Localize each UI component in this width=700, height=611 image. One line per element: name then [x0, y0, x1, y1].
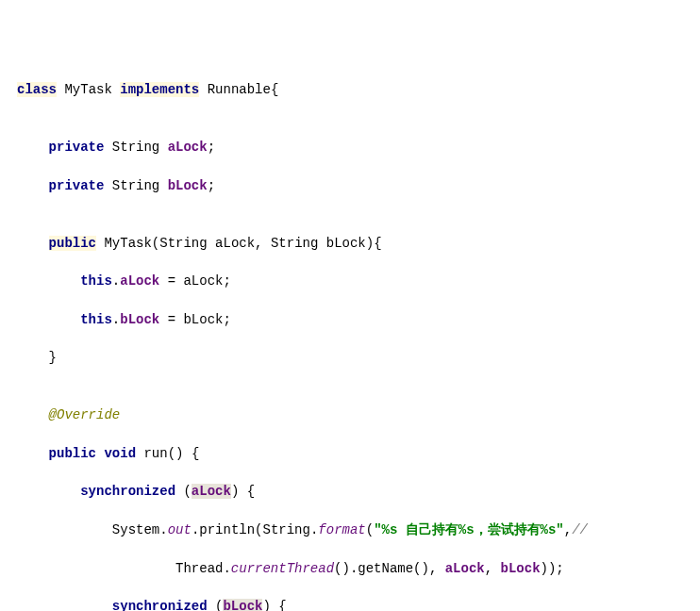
code-line: public MyTask(String aLock, String bLock… — [17, 234, 700, 253]
code-line: synchronized (bLock) { — [17, 597, 700, 611]
keyword-implements: implements — [120, 82, 199, 97]
keyword-public: public — [49, 236, 96, 251]
code-line: System.out.println(String.format("%s 自己持… — [17, 520, 700, 539]
code-line: private String aLock; — [17, 138, 700, 157]
keyword-class: class — [17, 82, 57, 97]
code-line: public void run() { — [17, 444, 700, 463]
code-line: @Override — [17, 405, 700, 424]
code-line: Thread.currentThread().getName(), aLock,… — [17, 559, 700, 578]
code-editor[interactable]: class MyTask implements Runnable{ privat… — [17, 80, 700, 611]
code-line: class MyTask implements Runnable{ — [17, 80, 700, 99]
annotation-override: @Override — [49, 407, 121, 422]
code-line: private String bLock; — [17, 176, 700, 195]
code-line: this.aLock = aLock; — [17, 272, 700, 290]
code-line: synchronized (aLock) { — [17, 482, 700, 501]
code-line: } — [17, 348, 700, 367]
code-line: this.bLock = bLock; — [17, 310, 700, 329]
